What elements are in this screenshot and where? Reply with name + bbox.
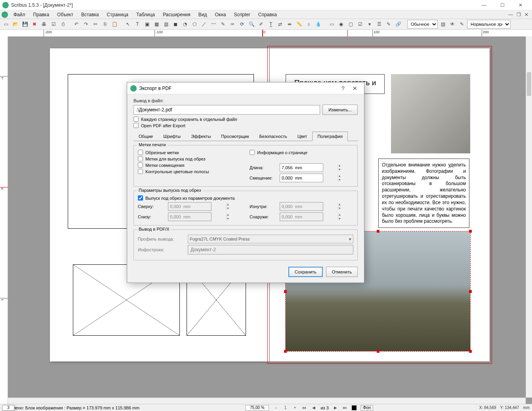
open-after-export-checkbox[interactable]: Open PDF after Export — [133, 123, 358, 128]
page-info-checkbox[interactable]: Информация о странице — [250, 150, 353, 155]
pdf-combo-icon[interactable]: ▾ — [365, 20, 374, 29]
copy-props-icon[interactable]: ⎀ — [304, 20, 313, 29]
menu-extensions[interactable]: Расширения — [159, 11, 194, 18]
dialog-help-button[interactable]: ? — [337, 85, 349, 92]
preflight-icon[interactable]: ☑ — [49, 20, 58, 29]
toggle-cms-icon[interactable]: ▤ — [439, 20, 447, 29]
tab-security[interactable]: Безопасность — [254, 132, 292, 141]
cut-icon[interactable]: ✂ — [91, 20, 100, 29]
eyedropper-icon[interactable]: 💧 — [314, 20, 322, 29]
vertical-scrollbar[interactable] — [526, 36, 532, 398]
length-spinner[interactable]: ▲▼ — [280, 163, 323, 172]
export-pdf-icon[interactable]: ⎙ — [59, 20, 67, 29]
zoom-icon[interactable]: 🔍 — [247, 20, 256, 29]
next-page-icon[interactable]: ▶ — [333, 405, 338, 411]
cancel-button[interactable]: Отменить — [326, 267, 358, 277]
image-frame-icon[interactable]: ▣ — [143, 20, 151, 29]
preview-mode-select[interactable]: Обычное — [407, 20, 438, 29]
tab-general[interactable]: Общие — [133, 132, 158, 141]
bleed-marks-checkbox[interactable]: Метки для выпуска под обрез — [138, 156, 242, 161]
copy-icon[interactable]: ⎘ — [101, 20, 109, 29]
menu-object[interactable]: Объект — [53, 11, 77, 18]
dialog-titlebar[interactable]: Экспорт в PDF ? ✕ — [127, 82, 364, 94]
pdf-list-icon[interactable]: ☰ — [375, 20, 383, 29]
close-button[interactable]: ✕ — [511, 0, 530, 10]
table-icon[interactable]: ▥ — [162, 20, 170, 29]
change-file-button[interactable]: Изменить... — [322, 105, 358, 115]
rotate-icon[interactable]: ⟳ — [238, 20, 246, 29]
zoom-value[interactable]: 75,00 % — [245, 405, 269, 411]
text-frame-icon[interactable]: T — [133, 20, 142, 29]
mdi-close-icon[interactable]: ✕ — [522, 12, 530, 17]
mdi-minimize-icon[interactable]: — — [507, 12, 515, 17]
resize-handle[interactable] — [377, 230, 379, 233]
mdi-restore-icon[interactable]: ❐ — [515, 12, 522, 17]
paste-icon[interactable]: 📋 — [110, 20, 119, 29]
resize-handle[interactable] — [469, 230, 472, 233]
text-frame-body[interactable]: Отдельное внимание нужно уделить изображ… — [378, 159, 469, 228]
menu-page[interactable]: Страница — [103, 11, 132, 18]
link-frames-icon[interactable]: ⇄ — [276, 20, 284, 29]
resize-handle[interactable] — [469, 350, 472, 353]
scrollbar-thumb[interactable] — [527, 72, 531, 96]
resize-handle[interactable] — [377, 350, 379, 353]
output-file-input[interactable] — [133, 105, 320, 115]
close-icon[interactable]: ✖ — [30, 20, 39, 29]
pdf-radio-icon[interactable]: ◉ — [337, 20, 345, 29]
horizontal-scrollbar[interactable] — [8, 398, 526, 404]
edit-text-icon[interactable]: T̲ — [266, 20, 275, 29]
pdf-annot-icon[interactable]: ✎ — [384, 20, 393, 29]
first-page-icon[interactable]: ⏮ — [301, 405, 307, 411]
render-frame-icon[interactable]: ▦ — [152, 20, 161, 29]
current-page-input[interactable] — [2, 405, 14, 411]
dialog-close-button[interactable]: ✕ — [349, 85, 361, 92]
menu-scripter[interactable]: Scripter — [230, 11, 254, 18]
menu-view[interactable]: Вид — [194, 11, 211, 18]
resize-handle[interactable] — [469, 290, 472, 293]
redo-icon[interactable]: ↷ — [82, 20, 90, 29]
registration-marks-checkbox[interactable]: Метки совмещения — [138, 162, 242, 168]
zoom-out-icon[interactable]: – — [273, 405, 278, 411]
zoom-reset-icon[interactable]: 1 — [282, 405, 288, 411]
save-button[interactable]: Сохранить — [288, 267, 323, 277]
pdf-link-icon[interactable]: 🔗 — [394, 20, 402, 29]
polygon-icon[interactable]: ⬠ — [190, 20, 199, 29]
resize-handle[interactable] — [284, 350, 287, 353]
measure-icon[interactable]: 📏 — [295, 20, 303, 29]
maximize-button[interactable]: ☐ — [493, 0, 511, 10]
use-doc-bleed-checkbox[interactable]: Выпуск под обрез из параметров документа — [138, 195, 353, 201]
pdf-text-icon[interactable]: ▢ — [346, 20, 355, 29]
preview-icon[interactable]: 👁 — [448, 20, 457, 29]
prev-page-icon[interactable]: ◀ — [311, 405, 317, 411]
menu-windows[interactable]: Окна — [211, 11, 230, 18]
offset-spinner[interactable]: ▲▼ — [280, 174, 323, 182]
menu-file[interactable]: Файл — [10, 11, 29, 18]
shape-icon[interactable]: ◼ — [171, 20, 180, 29]
zoom-in-icon[interactable]: + — [292, 405, 297, 411]
select-icon[interactable]: ↖ — [124, 20, 132, 29]
edit-in-preview-icon[interactable]: ✎ — [458, 20, 466, 29]
tab-effects[interactable]: Эффекты — [186, 132, 216, 141]
last-page-icon[interactable]: ⏭ — [342, 405, 348, 411]
save-icon[interactable]: 💾 — [21, 20, 29, 29]
pdf-check-icon[interactable]: ☑ — [356, 20, 364, 29]
print-icon[interactable]: 🖶 — [40, 20, 48, 29]
unlink-frames-icon[interactable]: ⇹ — [285, 20, 294, 29]
tab-fonts[interactable]: Шрифты — [158, 132, 186, 141]
menu-edit[interactable]: Правка — [29, 11, 53, 18]
new-icon[interactable]: ▭ — [2, 20, 10, 29]
pdf-button-icon[interactable]: ▭ — [327, 20, 336, 29]
tab-prepress[interactable]: Полиграфия — [312, 132, 348, 141]
menu-table[interactable]: Таблица — [132, 11, 159, 18]
arc-icon[interactable]: ◔ — [181, 20, 189, 29]
image-manuscript[interactable] — [391, 74, 470, 153]
layer-select[interactable]: Фон — [360, 405, 374, 411]
menu-help[interactable]: Справка — [254, 11, 281, 18]
crop-marks-checkbox[interactable]: Обрезные метки — [138, 150, 242, 155]
unit-label[interactable]: mm — [523, 405, 530, 410]
undo-icon[interactable]: ↶ — [72, 20, 81, 29]
color-bars-checkbox[interactable]: Контрольные цветовые полосы — [138, 169, 242, 174]
save-each-page-checkbox[interactable]: Каждую страницу сохранить в отдельный фа… — [133, 117, 358, 122]
tab-viewer[interactable]: Просмотрщик — [216, 132, 254, 141]
menu-insert[interactable]: Вставка — [77, 11, 103, 18]
